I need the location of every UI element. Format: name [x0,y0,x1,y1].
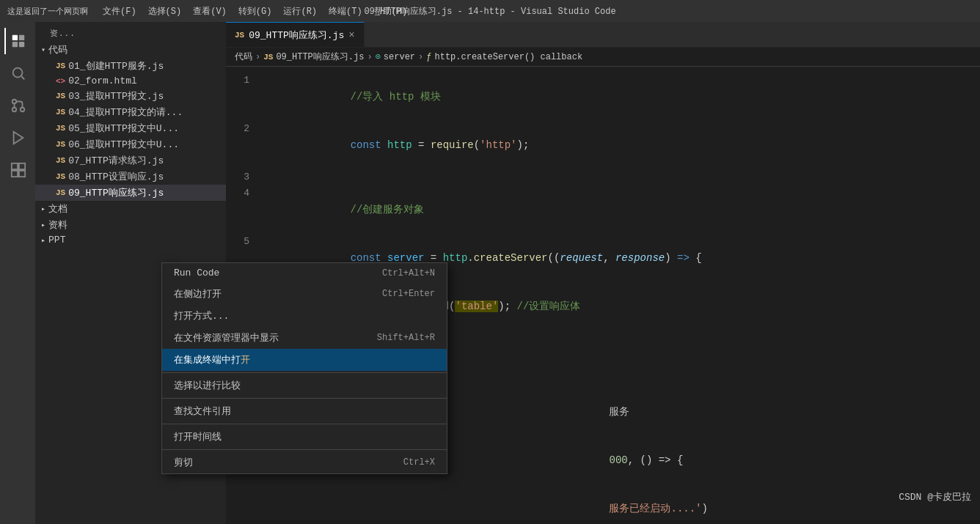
root-folder-label: 代码 [48,43,67,56]
breadcrumb-filename: 09_HTTP响应练习.js [276,51,364,63]
activity-explorer[interactable] [4,28,31,54]
breadcrumb-fn-icon: ƒ [426,52,431,62]
activity-bar [0,22,35,524]
code-token: 000 [609,454,627,466]
code-line-4: 4 //创建服务对象 [226,185,980,234]
line-num-3: 3 [226,169,261,185]
svg-marker-10 [14,132,23,144]
menu-run[interactable]: 运行(R) [283,5,317,18]
activity-extensions[interactable] [4,157,31,183]
activity-git[interactable] [4,92,31,119]
code-token: , () => { [628,454,684,466]
ctx-sep-1 [162,372,447,373]
tree-item-01[interactable]: JS 01_创建HTTP服务.js [35,58,226,74]
editor-tab-active[interactable]: JS 09_HTTP响应练习.js × [226,22,365,47]
code-token [326,139,351,151]
ctx-find-refs[interactable]: 查找文件引用 [162,400,447,422]
activity-run-debug[interactable] [4,125,31,151]
ctx-open-terminal[interactable]: 在集成终端中打开 [162,349,447,371]
code-token: 'http' [480,139,516,151]
ctx-find-refs-label: 查找文件引用 [174,405,231,418]
code-token: 服务已经启动....' [609,503,701,514]
menu-file[interactable]: 文件(F) [103,5,136,18]
ctx-run-code-shortcut: Ctrl+Alt+N [382,268,435,278]
svg-rect-14 [19,171,25,177]
tree-folder-materials[interactable]: ▸ 资料 [35,217,226,233]
tree-item-09[interactable]: JS 09_HTTP响应练习.js [35,185,226,201]
tree-folder-docs[interactable]: ▸ 文档 [35,201,226,217]
svg-rect-2 [12,42,18,47]
js-icon-04: JS [56,108,65,117]
ctx-cut[interactable]: 剪切 Ctrl+X [162,451,447,473]
svg-point-7 [12,100,17,104]
svg-rect-0 [12,35,18,40]
sidebar-title: 资... [35,22,226,42]
code-line-3: 3 [226,169,980,185]
breadcrumb-server: server [384,52,415,62]
tree-item-08[interactable]: JS 08_HTTP设置响应.js [35,169,226,185]
folder-materials-label: 资料 [48,218,67,232]
ctx-show-explorer-label: 在文件资源管理器中显示 [174,331,279,344]
menu-goto[interactable]: 转到(G) [238,5,272,18]
tree-item-label-03: 03_提取HTTP报文.js [68,89,164,103]
ctx-open-side[interactable]: 在侧边打开 Ctrl+Enter [162,283,447,305]
svg-line-5 [21,76,24,79]
activity-search[interactable] [4,60,31,86]
js-icon-01: JS [56,62,65,70]
context-menu[interactable]: Run Code Ctrl+Alt+N 在侧边打开 Ctrl+Enter 打开方… [161,262,447,474]
menu-view[interactable]: 查看(V) [193,5,227,18]
js-icon-09: JS [56,188,65,197]
ctx-run-code[interactable]: Run Code Ctrl+Alt+N [162,263,447,283]
code-token [326,503,609,514]
breadcrumb-server-icon: ⊙ [376,51,381,62]
tree-item-02[interactable]: <> 02_form.html [35,74,226,88]
ctx-compare-label: 选择以进行比较 [174,379,241,392]
svg-point-6 [21,108,25,112]
main-layout: 资... ▾ 代码 JS 01_创建HTTP服务.js <> 02_form.h… [0,22,980,524]
code-token: const [351,139,381,151]
breadcrumb-sep-3: › [418,52,423,62]
html-icon-02: <> [56,77,65,86]
code-token: ( [474,139,480,151]
ctx-run-code-label: Run Code [174,267,219,278]
code-token: , [603,252,615,264]
line-content-partial-3: 服务已经启动....') [261,484,980,524]
code-token: = [412,139,431,151]
breadcrumb-sep-2: › [367,52,372,62]
ctx-timeline[interactable]: 打开时间线 [162,426,447,448]
tab-close-button[interactable]: × [348,29,354,41]
tree-item-06[interactable]: JS 06_提取HTTP报文中U... [35,136,226,152]
tree-item-label-06: 06_提取HTTP报文中U... [68,138,179,151]
folder-arrow: ▾ [41,45,45,54]
ctx-compare[interactable]: 选择以进行比较 [162,374,447,396]
js-icon-08: JS [56,172,65,181]
window-title: 09_HTTP响应练习.js - 14-http - Visual Studio… [364,5,615,18]
menu-select[interactable]: 选择(S) [148,5,182,18]
menu-terminal[interactable]: 终端(T) [329,5,362,18]
ctx-sep-2 [162,398,447,399]
ctx-open-with-label: 打开方式... [174,309,229,322]
code-line-2: 2 const http = require('http'); [226,121,980,169]
tree-item-05[interactable]: JS 05_提取HTTP报文中U... [35,120,226,136]
svg-point-8 [12,108,17,112]
tree-item-07[interactable]: JS 07_HTTP请求练习.js [35,152,226,169]
code-token: . [467,252,473,264]
tab-filename: 09_HTTP响应练习.js [249,29,344,42]
js-icon-05: JS [56,124,65,133]
svg-rect-11 [12,163,18,169]
tree-item-label-07: 07_HTTP请求练习.js [68,154,164,167]
code-line-1: 1 //导入 http 模块 [226,73,980,121]
tree-item-03[interactable]: JS 03_提取HTTP报文.js [35,88,226,104]
folder-docs-label: 文档 [48,202,67,215]
ctx-show-explorer[interactable]: 在文件资源管理器中显示 Shift+Alt+R [162,327,447,349]
ctx-open-with[interactable]: 打开方式... [162,305,447,327]
tab-js-icon: JS [235,31,244,40]
title-bar: 这是返回了一个网页啊 文件(F) 选择(S) 查看(V) 转到(G) 运行(R)… [0,0,980,22]
tree-item-label-05: 05_提取HTTP报文中U... [68,122,179,135]
tree-item-04[interactable]: JS 04_提取HTTP报文的请... [35,104,226,120]
code-token: //设置响应体 [517,300,581,312]
tree-folder-root[interactable]: ▾ 代码 [35,42,226,58]
tree-folder-ppt[interactable]: ▸ PPT [35,233,226,247]
code-token: ); [498,300,516,312]
breadcrumb-sep-1: › [255,52,260,62]
